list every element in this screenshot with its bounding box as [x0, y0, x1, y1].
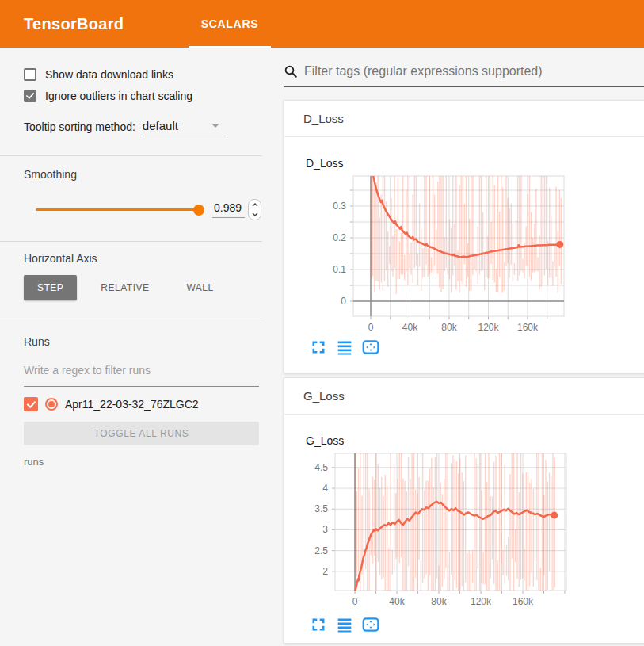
- svg-text:4.5: 4.5: [314, 462, 328, 473]
- axis-relative-button[interactable]: RELATIVE: [87, 275, 162, 300]
- smoothing-label: Smoothing: [24, 168, 262, 181]
- gloss-chart-actions: [310, 616, 644, 633]
- svg-text:80k: 80k: [431, 596, 447, 607]
- smoothing-slider-thumb[interactable]: [193, 205, 204, 216]
- app-header: TensorBoard SCALARS: [0, 0, 644, 48]
- fit-domain-icon[interactable]: [362, 338, 379, 356]
- sidebar: Show data download links Ignore outliers…: [0, 48, 262, 646]
- svg-text:0.1: 0.1: [333, 264, 346, 275]
- checkbox-ignore-outliers[interactable]: Ignore outliers in chart scaling: [24, 90, 262, 102]
- dloss-chart-title: D_Loss: [306, 157, 343, 170]
- app-title: TensorBoard: [24, 15, 151, 33]
- svg-text:40k: 40k: [402, 322, 418, 333]
- gloss-chart[interactable]: 22.533.544.5040k80k120k160k: [294, 449, 573, 612]
- smoothing-slider[interactable]: [36, 208, 199, 211]
- horizontal-axis-label: Horizontal Axis: [24, 252, 262, 265]
- dloss-card-header[interactable]: D_Loss: [284, 101, 644, 137]
- tooltip-sorting-row: Tooltip sorting method: default: [24, 119, 262, 136]
- expand-icon[interactable]: [310, 338, 327, 356]
- checkbox-label: Ignore outliers in chart scaling: [45, 90, 192, 102]
- svg-text:2: 2: [322, 566, 328, 577]
- sidebar-section-horizontal-axis: Horizontal Axis STEP RELATIVE WALL: [0, 242, 262, 323]
- svg-text:3.5: 3.5: [314, 503, 328, 514]
- stepper-down-icon[interactable]: [249, 210, 261, 220]
- tooltip-sorting-select[interactable]: default: [143, 119, 226, 136]
- toggle-all-runs-button[interactable]: TOGGLE ALL RUNS: [24, 422, 259, 445]
- gloss-card-body: G_Loss 22.533.544.5040k80k120k160k: [284, 415, 644, 633]
- tab-active-underline: [189, 46, 271, 48]
- tooltip-sorting-label: Tooltip sorting method:: [24, 120, 135, 136]
- checkbox-show-download-links[interactable]: Show data download links: [24, 68, 262, 81]
- svg-text:3: 3: [322, 524, 328, 535]
- axis-step-button[interactable]: STEP: [24, 275, 77, 300]
- fit-domain-icon[interactable]: [362, 616, 379, 633]
- smoothing-value-input[interactable]: [212, 201, 245, 218]
- svg-text:120k: 120k: [471, 596, 492, 607]
- expand-icon[interactable]: [310, 616, 327, 633]
- svg-text:0: 0: [368, 322, 374, 333]
- runs-label: Runs: [24, 335, 259, 348]
- run-checkbox-checked-icon[interactable]: [24, 397, 38, 411]
- svg-text:0: 0: [341, 296, 346, 307]
- svg-text:0.3: 0.3: [333, 201, 346, 212]
- tooltip-sorting-value: default: [143, 119, 178, 132]
- svg-text:4: 4: [322, 483, 328, 494]
- svg-text:160k: 160k: [517, 322, 539, 333]
- sidebar-section-general: Show data download links Ignore outliers…: [0, 48, 262, 156]
- stepper-up-icon[interactable]: [249, 200, 261, 210]
- gloss-chart-title: G_Loss: [306, 434, 344, 447]
- runs-filter-input[interactable]: [24, 348, 259, 387]
- log-scale-icon[interactable]: [336, 616, 353, 633]
- smoothing-slider-row: [36, 199, 262, 220]
- checkbox-checked-icon[interactable]: [24, 90, 36, 102]
- svg-text:0: 0: [352, 596, 358, 607]
- gloss-card-header[interactable]: G_Loss: [284, 378, 644, 415]
- sidebar-section-runs: Runs Apr11_22-03-32_76ZLGC2 TOGGLE ALL R…: [0, 323, 262, 468]
- sidebar-section-smoothing: Smoothing: [0, 156, 262, 242]
- tab-scalars[interactable]: SCALARS: [189, 0, 271, 48]
- svg-text:120k: 120k: [478, 322, 499, 333]
- log-scale-icon[interactable]: [336, 338, 353, 356]
- svg-text:2.5: 2.5: [314, 545, 328, 556]
- checkbox-unchecked-icon[interactable]: [24, 68, 36, 81]
- svg-text:40k: 40k: [389, 596, 405, 607]
- axis-wall-button[interactable]: WALL: [173, 275, 227, 300]
- chevron-down-icon: [211, 124, 219, 128]
- dloss-chart[interactable]: 00.10.20.3040k80k120k160k: [294, 172, 573, 334]
- gloss-card: G_Loss G_Loss 22.533.544.5040k80k120k160…: [284, 377, 644, 644]
- run-color-radio-icon[interactable]: [45, 398, 58, 411]
- dloss-card-body: D_Loss 00.10.20.3040k80k120k160k: [284, 137, 644, 356]
- horizontal-axis-buttons: STEP RELATIVE WALL: [24, 275, 262, 300]
- tag-filter-row: [284, 64, 644, 87]
- dloss-card-title: D_Loss: [303, 112, 344, 125]
- run-name: Apr11_22-03-32_76ZLGC2: [65, 398, 199, 411]
- main-panel: D_Loss D_Loss 00.10.20.3040k80k120k160k: [262, 48, 644, 646]
- search-icon: [284, 64, 298, 78]
- runs-footer-label: runs: [24, 456, 259, 468]
- dloss-chart-actions: [310, 338, 644, 356]
- dloss-card: D_Loss D_Loss 00.10.20.3040k80k120k160k: [284, 100, 644, 373]
- checkbox-label: Show data download links: [45, 68, 173, 81]
- run-row: Apr11_22-03-32_76ZLGC2: [24, 397, 259, 411]
- svg-text:80k: 80k: [441, 322, 457, 333]
- tab-scalars-label: SCALARS: [201, 17, 259, 30]
- smoothing-stepper: [248, 199, 261, 220]
- svg-text:0.2: 0.2: [333, 232, 346, 243]
- tag-filter-input[interactable]: [304, 64, 644, 78]
- gloss-card-title: G_Loss: [303, 389, 345, 403]
- svg-text:160k: 160k: [513, 596, 534, 607]
